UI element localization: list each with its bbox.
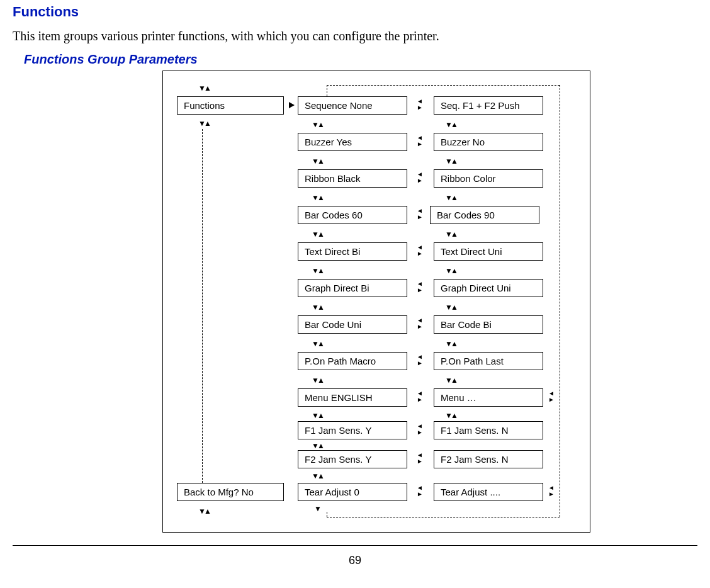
updown-icon	[198, 506, 210, 516]
leftright-icon	[415, 424, 428, 436]
updown-icon	[312, 302, 323, 312]
leftright-icon	[415, 391, 428, 404]
box-buzzer-yes: Buzzer Yes	[298, 133, 407, 151]
box-menu-english: Menu ENGLISH	[298, 388, 407, 407]
leftright-icon	[547, 391, 560, 404]
box-f1-jam-n: F1 Jam Sens. N	[434, 421, 543, 439]
updown-icon	[198, 118, 210, 128]
leftright-icon	[415, 354, 428, 367]
leftright-icon	[415, 485, 428, 498]
box-tear-adjust-dots: Tear Adjust ....	[434, 483, 543, 501]
box-text-direct-bi: Text Direct Bi	[298, 242, 407, 261]
box-back-to-mfg: Back to Mfg? No	[177, 483, 284, 501]
box-f2-jam-n: F2 Jam Sens. N	[434, 450, 543, 468]
box-ribbon-color: Ribbon Color	[434, 169, 543, 188]
down-arrow-icon	[314, 504, 322, 513]
box-f1-jam-y: F1 Jam Sens. Y	[298, 421, 407, 439]
updown-icon	[445, 119, 456, 130]
page-rule	[13, 545, 697, 546]
updown-icon	[312, 192, 323, 203]
box-barcode-bi: Bar Code Bi	[434, 315, 543, 334]
updown-icon	[312, 265, 323, 276]
page-number: 69	[0, 554, 710, 567]
leftright-icon	[415, 318, 428, 331]
box-pon-path-macro: P.On Path Macro	[298, 352, 407, 370]
updown-icon	[445, 410, 456, 421]
updown-icon	[445, 375, 456, 385]
box-ribbon-black: Ribbon Black	[298, 169, 407, 188]
dashed-connector	[327, 85, 560, 86]
dashed-connector	[327, 85, 327, 96]
updown-icon	[445, 192, 456, 203]
updown-icon	[312, 119, 323, 130]
intro-text: This item groups various printer functio…	[13, 29, 697, 43]
updown-icon	[445, 229, 456, 239]
box-functions: Functions	[177, 96, 284, 115]
leftright-icon	[415, 172, 428, 184]
box-f2-jam-y: F2 Jam Sens. Y	[298, 450, 407, 468]
dashed-connector	[327, 517, 560, 517]
updown-icon	[445, 155, 456, 166]
updown-icon	[312, 470, 323, 481]
leftright-icon	[415, 453, 428, 465]
diagram: Functions Sequence None Buzzer Yes Ribbo…	[162, 71, 590, 533]
box-seq-f1f2: Seq. F1 + F2 Push	[434, 96, 543, 115]
updown-icon	[445, 302, 456, 312]
box-buzzer-no: Buzzer No	[434, 133, 543, 151]
dashed-connector	[560, 85, 560, 517]
leftright-icon	[415, 281, 428, 294]
updown-icon	[312, 155, 323, 166]
box-sequence-none: Sequence None	[298, 96, 407, 115]
box-graph-direct-uni: Graph Direct Uni	[434, 279, 543, 297]
leftright-icon	[415, 245, 428, 257]
section-subtitle: Functions Group Parameters	[24, 52, 697, 67]
leftright-icon	[415, 99, 428, 111]
box-graph-direct-bi: Graph Direct Bi	[298, 279, 407, 297]
updown-icon	[312, 229, 323, 239]
updown-icon	[445, 338, 456, 349]
updown-icon	[312, 375, 323, 385]
updown-icon	[312, 440, 323, 451]
leftright-icon	[415, 135, 428, 148]
box-tear-adjust-0: Tear Adjust 0	[298, 483, 407, 501]
box-text-direct-uni: Text Direct Uni	[434, 242, 543, 261]
leftright-icon	[415, 208, 428, 221]
box-pon-path-last: P.On Path Last	[434, 352, 543, 370]
page-title: Functions	[13, 4, 697, 20]
updown-icon	[198, 82, 210, 93]
box-barcodes-90: Bar Codes 90	[430, 206, 539, 224]
right-arrow-icon	[289, 102, 295, 108]
updown-icon	[312, 338, 323, 349]
box-menu-dots: Menu …	[434, 388, 543, 407]
dashed-connector	[202, 129, 203, 483]
updown-icon	[312, 410, 323, 421]
dashed-connector	[327, 512, 327, 517]
box-barcode-uni: Bar Code Uni	[298, 315, 407, 334]
updown-icon	[445, 265, 456, 276]
box-barcodes-60: Bar Codes 60	[298, 206, 407, 224]
leftright-icon	[547, 485, 560, 498]
